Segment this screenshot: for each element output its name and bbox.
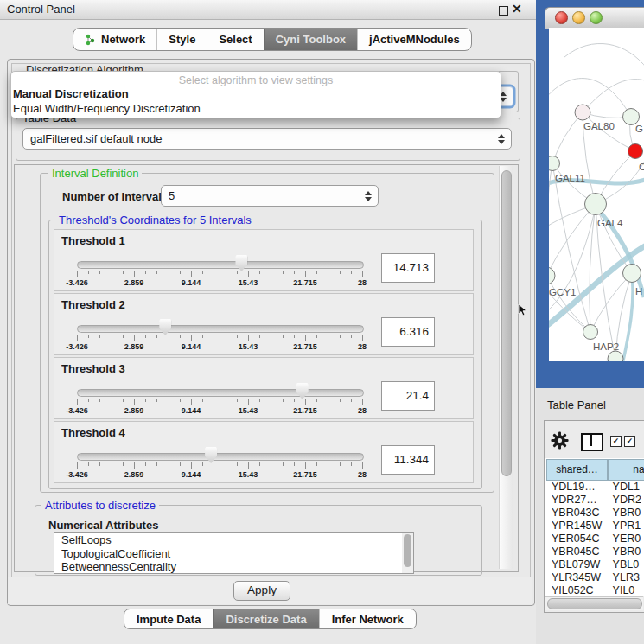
zoom-traffic-light[interactable]	[590, 11, 603, 24]
cell-shared-name: YER054C	[545, 532, 608, 545]
column-header-shared[interactable]: shared…	[546, 459, 608, 481]
table-data-combo[interactable]: galFiltered.sif default node	[22, 128, 512, 150]
network-node-unlabeled[interactable]	[608, 351, 623, 361]
threshold-title: Threshold 3	[61, 362, 125, 375]
node-label: H	[635, 286, 642, 296]
attribute-item-topologicalcoefficient[interactable]: TopologicalCoefficient	[54, 547, 402, 561]
thresholds-group-label: Threshold's Coordinates for 5 Intervals	[55, 214, 255, 226]
cell-name: YPR1	[608, 520, 644, 532]
network-edge	[583, 80, 644, 112]
bottom-tab-infer-network[interactable]: Infer Network	[319, 609, 416, 628]
network-node-hap2[interactable]	[583, 325, 598, 340]
tab-network[interactable]: Network	[73, 29, 156, 50]
table-row[interactable]: YPR145WYPR1	[545, 520, 644, 532]
network-edge	[590, 204, 596, 332]
close-icon[interactable]: ✕	[512, 2, 522, 16]
threshold-value-field[interactable]: 11.344	[381, 445, 435, 475]
network-node-gal4[interactable]	[585, 194, 607, 215]
bottom-tab-discretize-data[interactable]: Discretize Data	[213, 609, 318, 628]
top-tab-bar: NetworkStyleSelectCyni ToolboxjActiveMNo…	[73, 28, 472, 51]
cell-shared-name: YDL19…	[545, 481, 608, 494]
table-row[interactable]: YIL052CYIL0	[545, 584, 644, 596]
node-label: C	[639, 162, 644, 172]
tab-jactivemnodules[interactable]: jActiveMNodules	[357, 29, 471, 50]
tab-cyni-toolbox[interactable]: Cyni Toolbox	[264, 29, 357, 50]
table-row[interactable]: YER054CYER0	[545, 532, 644, 545]
checkbox-icon[interactable]: ✓	[610, 436, 622, 447]
table-row[interactable]: YDR27…YDR2	[545, 494, 644, 507]
tab-style[interactable]: Style	[156, 29, 207, 50]
gear-icon[interactable]	[551, 431, 569, 450]
horizontal-scrollbar-thumb[interactable]	[547, 598, 642, 609]
control-panel-titlebar: Control Panel ✕	[0, 0, 536, 20]
algorithm-option-manual-discretization[interactable]: Manual Discretization	[11, 87, 501, 102]
cell-shared-name: YBL079W	[545, 558, 608, 571]
number-of-intervals-label: Number of Intervals	[62, 190, 168, 203]
network-node-g[interactable]	[623, 109, 640, 125]
panel-title: Control Panel	[7, 3, 75, 16]
threshold-slider-handle[interactable]	[235, 255, 247, 271]
slider-tick-marks	[77, 271, 362, 277]
attribute-item-betweennesscentrality[interactable]: BetweennessCentrality	[54, 560, 402, 574]
network-node-h[interactable]	[623, 265, 641, 283]
attributes-list-scrollbar-thumb[interactable]	[404, 534, 411, 567]
slider-tick-labels: -3.4262.8599.14415.4321.71528	[77, 470, 362, 479]
table-row[interactable]: YDL19…YDL1	[545, 481, 644, 494]
numerical-attributes-list[interactable]: SelfLoopsTopologicalCoefficientBetweenne…	[54, 532, 403, 574]
column-header-name[interactable]: na	[608, 459, 644, 481]
table-row[interactable]: YBL079WYBL0	[545, 558, 644, 571]
stepper-arrows-icon	[497, 134, 504, 144]
threshold-value-field[interactable]: 21.4	[381, 381, 435, 411]
node-label: HAP2	[593, 341, 619, 352]
float-window-icon[interactable]	[499, 6, 508, 16]
checkbox-icon[interactable]: ✓	[624, 436, 635, 447]
bottom-tab-bar: Impute DataDiscretize DataInfer Network	[124, 609, 417, 629]
network-edge	[549, 207, 596, 315]
table-rows: YDL19…YDL1YDR27…YDR2YBR043CYBR0YPR145WYP…	[545, 481, 644, 596]
cell-name: YER0	[608, 532, 644, 545]
attribute-item-selfloops[interactable]: SelfLoops	[54, 533, 402, 547]
cell-shared-name: YBR043C	[545, 507, 608, 520]
network-node-gal11[interactable]	[549, 156, 560, 171]
vertical-scrollbar-thumb[interactable]	[501, 170, 512, 476]
threshold-panel-1: Threshold 1-3.4262.8599.14415.4321.71528…	[54, 229, 474, 291]
algorithm-dropdown-popup: Select algorithm to view settings Manual…	[10, 71, 501, 118]
cell-shared-name: YBR045C	[545, 545, 608, 558]
bottom-tab-impute-data[interactable]: Impute Data	[124, 609, 213, 628]
threshold-slider-handle[interactable]	[296, 383, 309, 399]
threshold-slider-track[interactable]	[77, 261, 364, 269]
cell-name: YLR3	[608, 571, 644, 584]
table-data-combo-value: galFiltered.sif default node	[30, 132, 162, 145]
table-row[interactable]: YBR045CYBR0	[545, 545, 644, 558]
close-traffic-light[interactable]	[555, 11, 568, 24]
network-node-gcy1[interactable]	[549, 267, 555, 284]
cell-shared-name: YPR145W	[545, 520, 608, 532]
minimize-traffic-light[interactable]	[572, 11, 585, 24]
apply-button[interactable]: Apply	[233, 581, 290, 601]
numerical-attributes-label: Numerical Attributes	[48, 519, 158, 532]
threshold-value-field[interactable]: 14.713	[381, 253, 435, 283]
tab-label: Cyni Toolbox	[276, 33, 346, 46]
table-row[interactable]: YLR345WYLR3	[545, 571, 644, 584]
cell-shared-name: YLR345W	[545, 571, 608, 584]
tab-label: Select	[219, 33, 252, 46]
tab-select[interactable]: Select	[207, 29, 263, 50]
threshold-title: Threshold 2	[61, 298, 125, 311]
threshold-slider-handle[interactable]	[159, 319, 171, 335]
spinner-arrows-icon	[364, 191, 371, 201]
network-node-gal80[interactable]	[575, 105, 590, 120]
threshold-value-field[interactable]: 6.316	[381, 317, 435, 347]
network-canvas[interactable]: GAL80GCGAL11GAL4GCY1HHAP2	[549, 28, 644, 361]
column-layout-icon[interactable]	[581, 433, 603, 451]
network-node-c[interactable]	[628, 144, 643, 159]
algorithm-option-equal-width-frequency-discretization[interactable]: Equal Width/Frequency Discretization	[11, 102, 501, 117]
threshold-slider-handle[interactable]	[205, 447, 217, 463]
threshold-slider-track[interactable]	[77, 389, 364, 397]
cell-shared-name: YIL052C	[545, 584, 608, 596]
number-of-intervals-spinner[interactable]: 5	[161, 185, 379, 207]
node-label: GAL4	[597, 218, 623, 228]
threshold-slider-track[interactable]	[77, 453, 364, 461]
threshold-panel-3: Threshold 3-3.4262.8599.14415.4321.71528…	[54, 357, 474, 419]
threshold-slider-track[interactable]	[77, 325, 364, 333]
table-row[interactable]: YBR043CYBR0	[545, 507, 644, 520]
